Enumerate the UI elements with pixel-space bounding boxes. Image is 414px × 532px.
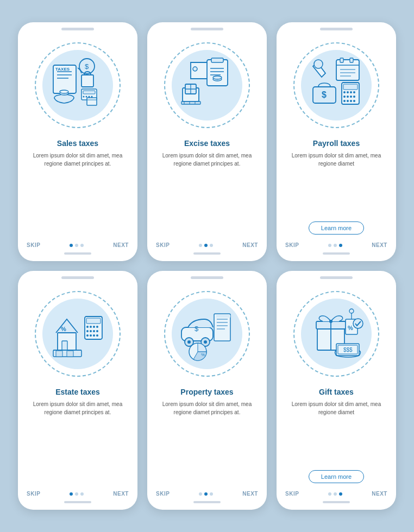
svg-point-48 bbox=[353, 91, 355, 93]
phone-content: Sales taxesLorem ipsum dolor sit dim ame… bbox=[18, 137, 137, 238]
dot-1 bbox=[204, 244, 208, 247]
card-description: Lorem ipsum dolor sit dim amet, mea regi… bbox=[156, 400, 258, 486]
icon-excise bbox=[177, 54, 237, 116]
next-label[interactable]: NEXT bbox=[242, 242, 258, 248]
svg-point-56 bbox=[353, 100, 355, 102]
svg-point-45 bbox=[343, 91, 346, 93]
phone-content: Property taxesLorem ipsum dolor sit dim … bbox=[147, 385, 267, 486]
skip-label[interactable]: SKIP bbox=[156, 491, 170, 497]
svg-point-78 bbox=[93, 334, 95, 337]
svg-point-69 bbox=[90, 326, 92, 328]
phone-top-bar bbox=[61, 276, 94, 279]
phone-nav: SKIPNEXT bbox=[277, 238, 396, 248]
svg-point-55 bbox=[350, 100, 352, 102]
card-description: Lorem ipsum dolor sit dim amet, mea regi… bbox=[27, 400, 129, 486]
svg-rect-38 bbox=[340, 58, 343, 62]
svg-point-54 bbox=[347, 100, 349, 102]
dot-1 bbox=[75, 492, 78, 496]
svg-point-19 bbox=[193, 67, 197, 71]
pagination-dots bbox=[199, 492, 213, 496]
learn-more-button[interactable]: Learn more bbox=[309, 221, 364, 235]
dot-1 bbox=[334, 492, 337, 496]
svg-point-53 bbox=[343, 100, 346, 102]
pagination-dots bbox=[328, 244, 342, 247]
svg-text:%: % bbox=[201, 352, 205, 357]
dot-0 bbox=[70, 492, 73, 496]
phone-top-bar bbox=[191, 276, 223, 279]
svg-rect-17 bbox=[87, 98, 97, 105]
svg-text:$: $ bbox=[85, 62, 89, 71]
svg-rect-60 bbox=[62, 341, 67, 350]
svg-point-51 bbox=[350, 96, 352, 98]
phone-bottom-bar bbox=[323, 501, 350, 503]
skip-label[interactable]: SKIP bbox=[285, 491, 299, 497]
svg-point-84 bbox=[204, 340, 207, 344]
svg-text:$: $ bbox=[322, 90, 327, 99]
illustration-gift-taxes: % $$$ bbox=[277, 282, 396, 385]
phone-content: Excise taxesLorem ipsum dolor sit dim am… bbox=[147, 137, 267, 238]
svg-rect-44 bbox=[343, 84, 357, 90]
svg-rect-7 bbox=[81, 75, 93, 87]
svg-text:%: % bbox=[348, 325, 353, 331]
svg-point-71 bbox=[96, 326, 98, 328]
card-description: Lorem ipsum dolor sit dim amet, mea regi… bbox=[156, 151, 258, 238]
svg-point-72 bbox=[86, 330, 89, 332]
svg-text:$$$: $$$ bbox=[343, 347, 353, 353]
illustration-sales-taxes: TAXES $ bbox=[18, 34, 137, 137]
dot-0 bbox=[328, 492, 331, 496]
phone-bottom-bar bbox=[64, 501, 91, 503]
dot-2 bbox=[339, 244, 342, 247]
phone-bottom-bar bbox=[64, 252, 91, 255]
card-title: Estate taxes bbox=[55, 388, 100, 396]
svg-rect-86 bbox=[214, 314, 230, 341]
dot-2 bbox=[210, 492, 213, 496]
svg-point-49 bbox=[343, 96, 346, 98]
svg-point-10 bbox=[83, 96, 85, 98]
next-label[interactable]: NEXT bbox=[113, 491, 129, 497]
phone-content: Estate taxesLorem ipsum dolor sit dim am… bbox=[18, 385, 137, 486]
svg-rect-20 bbox=[207, 60, 228, 86]
icon-payroll: $ bbox=[306, 54, 366, 116]
card-description: Lorem ipsum dolor sit dim amet, mea regi… bbox=[285, 151, 387, 217]
svg-point-12 bbox=[89, 96, 90, 98]
svg-point-79 bbox=[96, 334, 98, 337]
pagination-dots bbox=[70, 244, 84, 247]
svg-point-74 bbox=[93, 330, 95, 332]
svg-rect-21 bbox=[211, 58, 223, 62]
phone-card-payroll-taxes: $ Payroll taxesLorem ipsum dolor sit dim… bbox=[277, 22, 396, 261]
skip-label[interactable]: SKIP bbox=[285, 242, 299, 248]
svg-point-70 bbox=[93, 326, 95, 328]
svg-point-73 bbox=[90, 330, 92, 332]
svg-point-13 bbox=[91, 96, 93, 98]
icon-property: $ % bbox=[177, 303, 237, 365]
skip-label[interactable]: SKIP bbox=[156, 242, 170, 248]
phone-nav: SKIPNEXT bbox=[147, 486, 267, 497]
next-label[interactable]: NEXT bbox=[113, 242, 129, 248]
skip-label[interactable]: SKIP bbox=[27, 242, 40, 248]
svg-rect-65 bbox=[67, 351, 73, 357]
phone-top-bar bbox=[320, 276, 353, 279]
icon-gift: % $$$ bbox=[306, 303, 366, 365]
phone-card-gift-taxes: % $$$ Gift taxesLorem ipsum dolor sit di… bbox=[277, 271, 396, 510]
svg-point-35 bbox=[314, 60, 323, 68]
svg-point-75 bbox=[96, 330, 98, 332]
next-label[interactable]: NEXT bbox=[242, 491, 258, 497]
dot-0 bbox=[199, 244, 202, 247]
svg-rect-67 bbox=[86, 318, 101, 324]
learn-more-button[interactable]: Learn more bbox=[309, 470, 364, 483]
svg-point-16 bbox=[60, 90, 68, 93]
card-title: Property taxes bbox=[180, 388, 233, 396]
skip-label[interactable]: SKIP bbox=[27, 491, 40, 497]
phone-content: Gift taxesLorem ipsum dolor sit dim amet… bbox=[277, 385, 396, 486]
phone-top-bar bbox=[61, 28, 94, 30]
phone-bottom-bar bbox=[193, 501, 221, 503]
dot-0 bbox=[70, 244, 73, 247]
dot-1 bbox=[334, 244, 337, 247]
next-label[interactable]: NEXT bbox=[372, 491, 387, 497]
pagination-dots bbox=[70, 492, 84, 496]
next-label[interactable]: NEXT bbox=[372, 242, 387, 248]
dot-0 bbox=[199, 492, 202, 496]
phone-bottom-bar bbox=[193, 252, 221, 255]
phone-top-bar bbox=[320, 28, 353, 30]
svg-point-46 bbox=[347, 91, 349, 93]
